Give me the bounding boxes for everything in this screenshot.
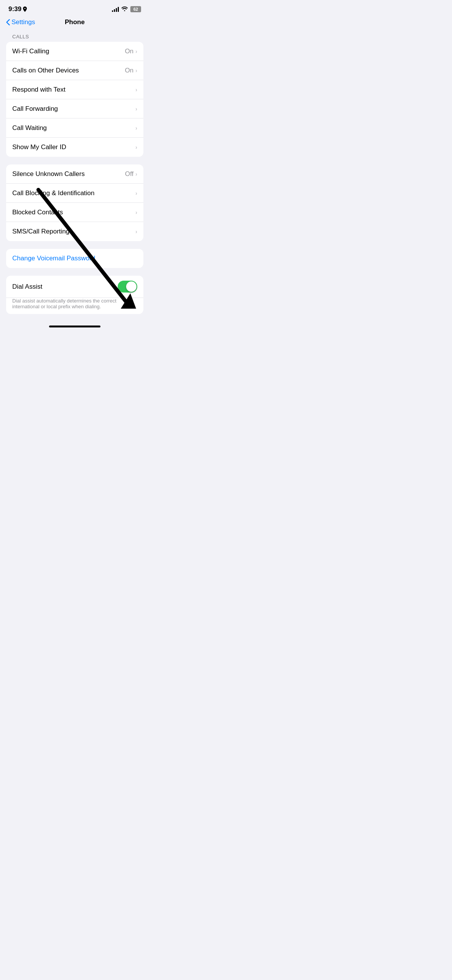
- wifi-icon: [122, 6, 128, 12]
- respond-with-text-label: Respond with Text: [12, 86, 66, 94]
- calls-settings-group: Wi-Fi Calling On › Calls on Other Device…: [6, 42, 143, 157]
- settings-row-dial-assist[interactable]: Dial Assist: [6, 276, 143, 298]
- dial-assist-toggle[interactable]: [118, 281, 137, 293]
- silence-unknown-label: Silence Unknown Callers: [12, 170, 85, 178]
- call-waiting-label: Call Waiting: [12, 124, 47, 132]
- blocked-contacts-label: Blocked Contacts: [12, 209, 63, 216]
- dial-assist-group: Dial Assist Dial assist automatically de…: [6, 276, 143, 314]
- chevron-icon: ›: [135, 171, 137, 177]
- wifi-calling-label: Wi-Fi Calling: [12, 48, 49, 55]
- show-caller-id-label: Show My Caller ID: [12, 143, 66, 151]
- settings-row-change-voicemail[interactable]: Change Voicemail Password: [6, 249, 143, 268]
- settings-row-respond-with-text[interactable]: Respond with Text ›: [6, 80, 143, 99]
- toggle-knob: [126, 281, 136, 292]
- blocking-settings-group: Silence Unknown Callers Off › Call Block…: [6, 164, 143, 241]
- chevron-icon: ›: [135, 48, 137, 54]
- battery-indicator: 62: [130, 6, 141, 12]
- dial-assist-description: Dial assist automatically determines the…: [6, 298, 143, 314]
- page-title: Phone: [65, 18, 85, 26]
- call-forwarding-label: Call Forwarding: [12, 105, 58, 113]
- call-blocking-label: Call Blocking & Identification: [12, 189, 95, 197]
- chevron-icon: ›: [135, 87, 137, 93]
- home-indicator: [0, 322, 150, 331]
- chevron-icon: ›: [135, 144, 137, 150]
- settings-row-sms-reporting[interactable]: SMS/Call Reporting ›: [6, 222, 143, 241]
- chevron-icon: ›: [135, 190, 137, 196]
- settings-row-call-forwarding[interactable]: Call Forwarding ›: [6, 99, 143, 118]
- change-voicemail-label: Change Voicemail Password: [12, 255, 95, 262]
- nav-bar: Settings Phone: [0, 15, 150, 30]
- settings-row-show-caller-id[interactable]: Show My Caller ID ›: [6, 138, 143, 157]
- dial-assist-label: Dial Assist: [12, 283, 42, 291]
- chevron-icon: ›: [135, 67, 137, 74]
- status-icons: 62: [112, 6, 141, 12]
- location-icon: [23, 7, 27, 12]
- settings-row-calls-other-devices[interactable]: Calls on Other Devices On ›: [6, 61, 143, 80]
- settings-row-call-waiting[interactable]: Call Waiting ›: [6, 118, 143, 138]
- status-bar: 9:39 62: [0, 0, 150, 15]
- signal-icon: [112, 7, 119, 12]
- settings-row-silence-unknown[interactable]: Silence Unknown Callers Off ›: [6, 164, 143, 184]
- settings-row-blocked-contacts[interactable]: Blocked Contacts ›: [6, 203, 143, 222]
- sms-reporting-label: SMS/Call Reporting: [12, 228, 69, 235]
- chevron-icon: ›: [135, 229, 137, 235]
- home-bar: [49, 326, 100, 327]
- wifi-calling-value: On ›: [125, 48, 137, 55]
- settings-row-call-blocking[interactable]: Call Blocking & Identification ›: [6, 184, 143, 203]
- calls-other-devices-value: On ›: [125, 67, 137, 74]
- settings-row-wifi-calling[interactable]: Wi-Fi Calling On ›: [6, 42, 143, 61]
- chevron-icon: ›: [135, 106, 137, 112]
- chevron-icon: ›: [135, 209, 137, 215]
- chevron-icon: ›: [135, 125, 137, 131]
- silence-unknown-value: Off ›: [125, 170, 137, 178]
- status-time: 9:39: [8, 5, 27, 13]
- voicemail-settings-group: Change Voicemail Password: [6, 249, 143, 268]
- calls-other-devices-label: Calls on Other Devices: [12, 67, 79, 74]
- back-button[interactable]: Settings: [6, 18, 35, 26]
- chevron-left-icon: [6, 19, 10, 25]
- calls-section-label: CALLS: [0, 30, 150, 42]
